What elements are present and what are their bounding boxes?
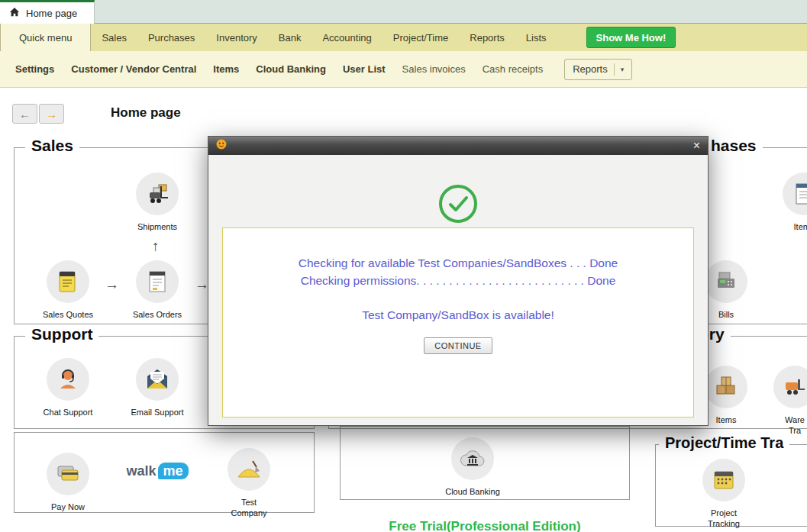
- tile-project-tracking[interactable]: Project Tracking: [682, 459, 766, 530]
- status-line-3: Test Company/SandBox is available!: [223, 306, 693, 324]
- items-icon: [705, 366, 747, 408]
- browser-tab-bar: Home page: [0, 0, 807, 24]
- menu-item-purchases[interactable]: Purchases: [137, 24, 205, 51]
- bills-icon: [705, 260, 747, 303]
- tile-label: Ware Tra: [753, 414, 807, 437]
- tile-warehouse-transfer[interactable]: Ware Tra: [753, 366, 807, 437]
- tile-label: Item l: [762, 221, 807, 232]
- tile-label: Sales Quotes: [26, 309, 110, 320]
- test-company-icon: [228, 448, 270, 491]
- quick-menu-toolbar: Settings Customer / Vendor Central Items…: [0, 51, 807, 88]
- walkme-logo-text: walk: [126, 463, 156, 479]
- tile-sales-orders[interactable]: Sales Orders: [115, 260, 199, 320]
- home-icon: [9, 7, 20, 20]
- sales-orders-icon: [136, 260, 179, 303]
- menu-item-quick-menu[interactable]: Quick menu: [0, 24, 91, 51]
- toolbar-user-list[interactable]: User List: [343, 63, 386, 75]
- continue-button[interactable]: CONTINUE: [424, 337, 492, 354]
- project-time-section-title: Project/Time Tra: [659, 434, 789, 452]
- bank-section: Cloud Banking: [340, 426, 630, 500]
- arrow-up: ↑: [152, 238, 160, 255]
- toolbar-sales-invoices[interactable]: Sales invoices: [402, 63, 466, 75]
- tile-label: Chat Support: [26, 407, 110, 418]
- tile-sales-quotes[interactable]: Sales Quotes: [26, 260, 110, 320]
- dialog-body: Checking for available Test Companies/Sa…: [208, 155, 708, 426]
- reports-button-label: Reports: [573, 63, 608, 75]
- toolbar-settings[interactable]: Settings: [15, 63, 54, 75]
- walkme-logo-bubble: me: [158, 463, 189, 479]
- dialog-app-icon: [216, 139, 227, 153]
- menu-item-inventory[interactable]: Inventory: [205, 24, 267, 51]
- menu-item-reports[interactable]: Reports: [459, 24, 515, 51]
- tile-label: Cloud Banking: [431, 486, 515, 497]
- back-arrow-icon: ←: [19, 108, 31, 121]
- tile-label: Shipments: [115, 221, 199, 232]
- status-message-box: Checking for available Test Companies/Sa…: [222, 227, 694, 418]
- success-check-icon: [208, 155, 708, 224]
- cloud-banking-icon: [451, 437, 494, 480]
- email-support-icon: [136, 358, 179, 401]
- status-line-1: Checking for available Test Companies/Sa…: [223, 254, 693, 272]
- payments-section: Pay Now walkme Test Company: [14, 432, 315, 513]
- chevron-down-icon: ▾: [621, 66, 625, 73]
- tile-label: Project Tracking: [682, 508, 766, 530]
- menu-item-bank[interactable]: Bank: [268, 24, 312, 51]
- close-icon[interactable]: ×: [693, 140, 700, 152]
- tile-label: Pay Now: [26, 501, 110, 512]
- tile-cloud-banking[interactable]: Cloud Banking: [431, 437, 515, 497]
- sales-section-title: Sales: [25, 137, 79, 155]
- back-button[interactable]: ←: [12, 104, 37, 124]
- tile-item-list[interactable]: Item l: [762, 172, 807, 232]
- sandbox-check-dialog: × Checking for available Test Companies/…: [208, 136, 709, 426]
- toolbar-cash-receipts[interactable]: Cash receipts: [483, 63, 543, 75]
- item-list-icon: [783, 172, 807, 215]
- shipments-icon: [136, 172, 179, 215]
- toolbar-cloud-banking[interactable]: Cloud Banking: [256, 63, 326, 75]
- sales-quotes-icon: [47, 260, 89, 303]
- toolbar-reports-button[interactable]: Reports ▾: [564, 59, 632, 80]
- forward-arrow-icon: →: [46, 108, 57, 121]
- pay-now-icon: [47, 453, 89, 495]
- tile-test-company[interactable]: Test Company: [207, 448, 291, 519]
- menu-item-accounting[interactable]: Accounting: [312, 24, 382, 51]
- page-title: Home page: [111, 105, 181, 121]
- tile-pay-now[interactable]: Pay Now: [26, 453, 110, 512]
- toolbar-items[interactable]: Items: [213, 63, 239, 75]
- tile-label: Sales Orders: [115, 309, 199, 320]
- tile-label: Test Company: [207, 497, 291, 519]
- toolbar-customer-vendor-central[interactable]: Customer / Vendor Central: [71, 63, 196, 75]
- walkme-logo[interactable]: walkme: [115, 463, 199, 479]
- status-line-2: Checking permissions. . . . . . . . . . …: [223, 272, 693, 289]
- show-me-how-button[interactable]: Show Me How!: [586, 27, 676, 48]
- tab-home-page[interactable]: Home page: [0, 0, 95, 24]
- tile-chat-support[interactable]: Chat Support: [26, 358, 110, 418]
- main-menu-bar: Quick menu Sales Purchases Inventory Ban…: [0, 24, 807, 51]
- tab-label: Home page: [26, 8, 77, 19]
- forward-button[interactable]: →: [39, 104, 64, 124]
- tile-shipments[interactable]: Shipments: [115, 172, 199, 232]
- tile-label: Email Support: [115, 407, 199, 418]
- app-window: Home page Quick menu Sales Purchases Inv…: [0, 0, 807, 532]
- project-tracking-icon: [702, 459, 745, 501]
- free-trial-text: Free Trial(Professional Edition): [340, 519, 630, 532]
- button-divider: [614, 63, 615, 76]
- tile-email-support[interactable]: Email Support: [115, 358, 199, 418]
- menu-item-lists[interactable]: Lists: [515, 24, 557, 51]
- chat-support-icon: [47, 358, 89, 401]
- warehouse-transfer-icon: [773, 366, 807, 408]
- menu-item-project-time[interactable]: Project/Time: [383, 24, 459, 51]
- dialog-title-bar: ×: [208, 137, 708, 155]
- project-time-section: Project/Time Tra Project Tracking: [655, 444, 807, 527]
- menu-item-sales[interactable]: Sales: [91, 24, 137, 51]
- purchases-section-title: hases: [705, 137, 763, 155]
- support-section-title: Support: [25, 325, 98, 343]
